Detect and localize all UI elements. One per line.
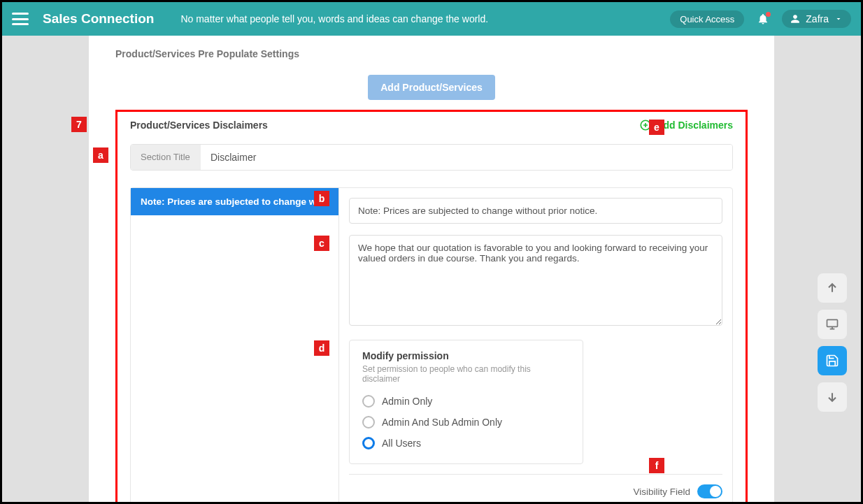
radio-selected-icon xyxy=(362,437,375,449)
annotation-tag-d: d xyxy=(314,340,329,356)
svg-rect-1 xyxy=(827,319,838,326)
arrow-down-icon xyxy=(825,390,839,404)
monitor-icon xyxy=(825,317,839,331)
permission-option-admin-only[interactable]: Admin Only xyxy=(362,391,570,412)
visibility-toggle[interactable] xyxy=(697,484,722,498)
menu-icon[interactable] xyxy=(12,13,29,25)
page-body: Product/Services Pre Populate Settings A… xyxy=(2,36,861,502)
user-name: Zafra xyxy=(806,13,829,24)
annotation-tag-7: 7 xyxy=(71,117,87,132)
add-disclaimers-label: Add Disclaimers xyxy=(656,120,733,131)
disclaimer-note-input[interactable] xyxy=(349,198,722,224)
annotation-tag-b: b xyxy=(314,191,329,206)
app-header: Sales Connection No matter what people t… xyxy=(2,2,861,36)
permission-option-label: Admin Only xyxy=(382,396,432,407)
section-title-input[interactable] xyxy=(201,145,732,170)
visibility-label: Visibility Field xyxy=(633,487,690,497)
notifications-button[interactable] xyxy=(757,13,769,25)
permission-title: Modify permission xyxy=(362,350,570,361)
settings-card: Product/Services Pre Populate Settings A… xyxy=(89,36,774,504)
annotation-tag-a: a xyxy=(93,147,108,163)
preview-button[interactable] xyxy=(818,310,847,339)
annotation-tag-c: c xyxy=(314,236,329,251)
fab-column xyxy=(818,273,847,412)
radio-icon xyxy=(362,416,375,429)
disclaimers-section: Product/Services Disclaimers Add Disclai… xyxy=(115,110,748,504)
radio-icon xyxy=(362,395,375,408)
disclaimer-body-textarea[interactable] xyxy=(349,235,722,326)
brand-title: Sales Connection xyxy=(43,11,154,27)
annotation-tag-e: e xyxy=(649,120,664,135)
disclaimers-heading: Product/Services Disclaimers xyxy=(130,120,268,131)
header-motto: No matter what people tell you, words an… xyxy=(180,13,488,24)
scroll-down-button[interactable] xyxy=(818,382,847,412)
quick-access-button[interactable]: Quick Access xyxy=(670,10,744,28)
add-product-services-button[interactable]: Add Product/Services xyxy=(368,75,495,100)
permission-option-label: All Users xyxy=(382,438,421,449)
permission-option-admin-subadmin[interactable]: Admin And Sub Admin Only xyxy=(362,412,570,433)
annotation-tag-f: f xyxy=(649,458,664,473)
disclaimer-tab-active[interactable]: Note: Prices are subjected to change wi.… xyxy=(131,188,338,215)
permission-subtitle: Set permission to people who can modify … xyxy=(362,364,570,384)
arrow-up-icon xyxy=(825,281,839,295)
scroll-up-button[interactable] xyxy=(818,273,847,303)
user-menu[interactable]: Zafra xyxy=(782,10,851,28)
user-icon xyxy=(790,14,800,24)
visibility-row: Visibility Field xyxy=(349,474,722,498)
pre-populate-heading: Product/Services Pre Populate Settings xyxy=(115,48,748,59)
modify-permission-box: Modify permission Set permission to peop… xyxy=(349,340,583,464)
section-title-label: Section Title xyxy=(131,145,201,170)
save-button[interactable] xyxy=(818,346,847,375)
notification-dot-icon xyxy=(766,12,771,17)
chevron-down-icon xyxy=(834,15,843,23)
disclaimer-editor: Note: Prices are subjected to change wi.… xyxy=(130,187,733,504)
disclaimer-tabs: Note: Prices are subjected to change wi.… xyxy=(131,188,339,504)
permission-option-all-users[interactable]: All Users xyxy=(362,433,570,454)
permission-option-label: Admin And Sub Admin Only xyxy=(382,417,502,428)
section-title-row: Section Title xyxy=(130,144,733,171)
save-icon xyxy=(825,354,839,368)
